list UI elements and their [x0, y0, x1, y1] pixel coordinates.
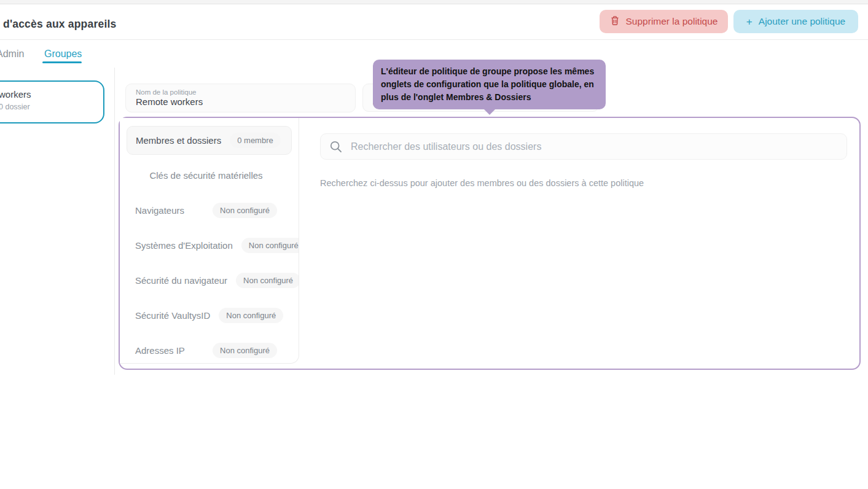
- plus-icon: +: [746, 17, 753, 27]
- policy-menu-item-label: Membres et dossiers: [136, 135, 221, 146]
- policy-menu-item[interactable]: Adresses IP Non configuré: [127, 336, 292, 364]
- tab-admin[interactable]: Admin: [0, 49, 24, 60]
- group-policy-tooltip: L'éditeur de politique de groupe propose…: [373, 60, 606, 109]
- search-hint-text: Recherchez ci-dessus pour ajouter des me…: [320, 178, 644, 188]
- sidebar-divider: [114, 68, 115, 375]
- page-title: d'accès aux appareils: [3, 18, 116, 31]
- policy-menu-item-badge: Non configuré: [236, 273, 299, 288]
- tooltip-text: L'éditeur de politique de groupe propose…: [381, 65, 598, 104]
- policy-name-field[interactable]: Nom de la politique Remote workers: [125, 84, 356, 112]
- policy-menu-item-label: Navigateurs: [135, 205, 184, 216]
- active-tab-underline: [42, 61, 82, 63]
- policy-menu-item-label: Sécurité VaultysID: [135, 310, 210, 321]
- policy-menu-item-badge: Non configuré: [213, 203, 277, 218]
- policy-menu-item-badge: Non configuré: [213, 343, 277, 358]
- top-strip: [0, 0, 868, 4]
- policy-menu-item[interactable]: Systèmes d'Exploitation Non configuré: [127, 231, 292, 260]
- policy-menu-item[interactable]: Sécurité VaultysID Non configuré: [127, 301, 292, 330]
- delete-policy-label: Supprimer la politique: [626, 16, 718, 27]
- sidebar-policy-card[interactable]: workers 0 dossier: [0, 80, 104, 123]
- policy-menu-item[interactable]: Clés de sécurité matérielles: [127, 161, 292, 190]
- tooltip-arrow-icon: [483, 109, 496, 115]
- page-header: d'accès aux appareils Supprimer la polit…: [0, 4, 868, 40]
- policy-menu-item-label: Clés de sécurité matérielles: [149, 170, 262, 181]
- policy-menu-item[interactable]: Navigateurs Non configuré: [127, 196, 292, 225]
- policy-menu-item-label: Systèmes d'Exploitation: [135, 240, 233, 251]
- policy-menu-item-badge: 0 membre: [230, 133, 281, 148]
- policy-menu-item-label: Sécurité du navigateur: [135, 275, 227, 286]
- app-screen: d'accès aux appareils Supprimer la polit…: [0, 0, 868, 489]
- add-policy-label: Ajouter une politique: [759, 16, 845, 27]
- policy-menu-item[interactable]: Sécurité du navigateur Non configuré: [127, 266, 292, 295]
- policy-menu-item-badge: Non configuré: [219, 308, 283, 323]
- policy-tabs-menu: Membres et dossiers 0 membre Clés de séc…: [120, 118, 299, 364]
- trash-icon: [610, 15, 620, 28]
- member-search-box[interactable]: [320, 133, 847, 160]
- search-icon: [329, 140, 343, 154]
- delete-policy-button[interactable]: Supprimer la politique: [600, 10, 728, 33]
- policy-editor-panel: Membres et dossiers 0 membre Clés de séc…: [119, 117, 861, 370]
- policy-name-value: Remote workers: [136, 96, 345, 107]
- add-policy-button[interactable]: + Ajouter une politique: [733, 10, 858, 33]
- policy-menu-item[interactable]: Membres et dossiers 0 membre: [127, 126, 292, 155]
- tab-groupes[interactable]: Groupes: [44, 49, 82, 60]
- policy-menu-item-label: Adresses IP: [135, 345, 185, 356]
- member-search-input[interactable]: [351, 141, 838, 152]
- policy-name-label: Nom de la politique: [136, 88, 345, 96]
- sidebar-policy-name: workers: [0, 89, 97, 100]
- sidebar-policy-count: 0 dossier: [0, 103, 97, 111]
- policy-menu-item-badge: Non configuré: [241, 238, 299, 253]
